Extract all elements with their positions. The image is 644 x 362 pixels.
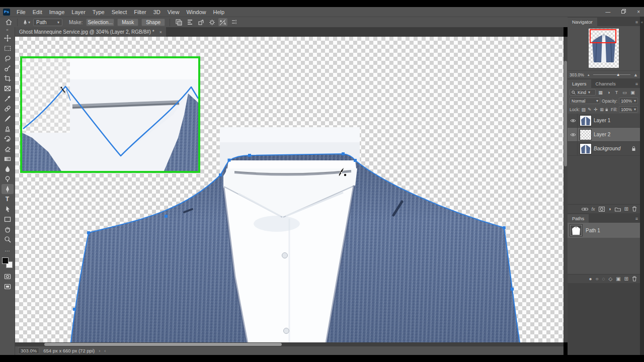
collapsed-dock-strip[interactable]: «: [640, 17, 644, 355]
shape-tool-button[interactable]: [2, 214, 14, 224]
panel-menu-icon[interactable]: ≡: [635, 81, 638, 86]
minimize-button[interactable]: —: [605, 9, 610, 15]
clone-stamp-tool-button[interactable]: [2, 124, 14, 134]
status-next-icon[interactable]: ›: [99, 348, 100, 353]
path-name[interactable]: Path 1: [586, 228, 638, 233]
auto-add-delete-toggle[interactable]: [218, 18, 227, 26]
zoom-tool-button[interactable]: [2, 234, 14, 244]
color-swatches[interactable]: [2, 257, 13, 268]
layer-name[interactable]: Layer 2: [594, 132, 639, 137]
menu-file[interactable]: File: [13, 7, 29, 17]
layer-row-layer1[interactable]: Layer 1: [568, 114, 640, 128]
fill-select[interactable]: 100% ▾: [619, 106, 638, 113]
path-selection-tool-button[interactable]: [2, 204, 14, 214]
load-path-selection-icon[interactable]: ◌: [602, 276, 605, 282]
slider-thumb-icon[interactable]: ▲: [616, 72, 620, 77]
lock-transparency-icon[interactable]: ▨: [581, 107, 586, 112]
marquee-tool-button[interactable]: [2, 43, 14, 53]
horizontal-scrollbar[interactable]: [15, 342, 564, 346]
menu-image[interactable]: Image: [46, 7, 68, 17]
zoom-out-mountain-icon[interactable]: ▲: [587, 73, 590, 76]
add-mask-icon[interactable]: [599, 207, 605, 212]
crop-tool-button[interactable]: [2, 73, 14, 83]
pen-tool-button[interactable]: [2, 184, 14, 194]
vertical-scrollbar[interactable]: [564, 37, 568, 342]
hand-tool-button[interactable]: [2, 224, 14, 234]
type-tool-button[interactable]: T: [2, 194, 14, 204]
layer-row-layer2-selected[interactable]: Layer 2: [568, 128, 640, 142]
panel-menu-icon[interactable]: ≡: [635, 20, 638, 25]
tab-paths[interactable]: Paths: [568, 214, 589, 223]
pen-options-gear-button[interactable]: [207, 18, 216, 26]
tab-channels[interactable]: Channels: [591, 79, 620, 88]
layer-name[interactable]: Background: [594, 146, 629, 151]
navigator-zoom-slider[interactable]: ▲: [593, 74, 630, 75]
healing-brush-tool-button[interactable]: [2, 104, 14, 114]
frame-tool-button[interactable]: [2, 83, 14, 94]
fill-path-icon[interactable]: ●: [589, 276, 592, 282]
menu-window[interactable]: Window: [183, 7, 209, 17]
path-arrangement-button[interactable]: [196, 18, 205, 26]
new-path-icon[interactable]: ⊞: [624, 276, 628, 282]
brush-tool-button[interactable]: [2, 114, 14, 124]
make-work-path-icon[interactable]: ◇: [608, 276, 612, 282]
blend-mode-select[interactable]: Normal ▾: [570, 98, 600, 104]
horizontal-scrollbar-thumb[interactable]: [44, 343, 282, 346]
layer-effects-icon[interactable]: fx: [592, 207, 595, 212]
layer-row-background[interactable]: Background: [568, 142, 640, 156]
path-mask-icon[interactable]: ▣: [616, 276, 620, 282]
document-tab[interactable]: Ghost Mannequine Service.jpg @ 304% (Lay…: [15, 27, 166, 37]
close-button[interactable]: ×: [637, 9, 640, 15]
quick-mask-button[interactable]: [2, 272, 14, 282]
stroke-path-icon[interactable]: ○: [595, 276, 598, 282]
layer-name[interactable]: Layer 1: [594, 118, 639, 123]
dodge-tool-button[interactable]: [2, 174, 14, 184]
menu-select[interactable]: Select: [108, 7, 131, 17]
filter-type-icon[interactable]: T: [613, 90, 620, 95]
layer-thumbnail[interactable]: [580, 115, 592, 126]
panel-menu-icon[interactable]: ≡: [635, 216, 638, 221]
move-tool-button[interactable]: [2, 33, 14, 43]
layer-thumbnail[interactable]: [580, 143, 592, 154]
blur-tool-button[interactable]: [2, 164, 14, 174]
history-brush-tool-button[interactable]: [2, 134, 14, 144]
gradient-tool-button[interactable]: [2, 154, 14, 164]
foreground-color-swatch[interactable]: [2, 257, 9, 264]
toolbar-collapse-icon[interactable]: «: [6, 27, 8, 33]
lock-artboard-icon[interactable]: ⊞: [599, 107, 604, 112]
navigator-thumbnail[interactable]: [589, 29, 619, 68]
navigator-zoom-value[interactable]: 303.0%: [570, 72, 584, 77]
filter-adjustment-icon[interactable]: ◑: [605, 90, 612, 95]
make-mask-button[interactable]: Mask: [117, 19, 138, 26]
delete-layer-icon[interactable]: [632, 206, 637, 212]
menu-help[interactable]: Help: [210, 7, 228, 17]
status-prev-icon[interactable]: ‹: [104, 348, 106, 353]
path-alignment-button[interactable]: [185, 18, 194, 26]
eyedropper-tool-button[interactable]: [2, 94, 14, 104]
tab-navigator[interactable]: Navigator: [568, 18, 597, 26]
make-selection-button[interactable]: Selection...: [86, 19, 114, 26]
path-thumbnail[interactable]: [570, 224, 583, 236]
filter-shape-icon[interactable]: ▭: [621, 90, 628, 95]
make-shape-button[interactable]: Shape: [141, 19, 165, 26]
path-operations-button[interactable]: [174, 18, 183, 26]
path-row-selected[interactable]: Path 1: [568, 223, 640, 238]
lock-paint-icon[interactable]: ✎: [587, 107, 592, 112]
menu-type[interactable]: Type: [89, 7, 108, 17]
constrain-path-button[interactable]: [229, 18, 238, 26]
eraser-tool-button[interactable]: [2, 144, 14, 154]
pen-tool-preset-button[interactable]: ▾: [22, 18, 31, 26]
dock-collapse-icon[interactable]: «: [641, 21, 643, 24]
menu-view[interactable]: View: [164, 7, 183, 17]
adjustment-layer-icon[interactable]: ◑: [608, 206, 611, 212]
visibility-toggle[interactable]: [569, 114, 578, 127]
filter-pixel-icon[interactable]: ▦: [597, 90, 604, 95]
layer-filter-select[interactable]: Kind ▾: [570, 89, 596, 96]
status-zoom-field[interactable]: 303.0%: [18, 347, 39, 354]
quick-selection-tool-button[interactable]: [2, 63, 14, 73]
tab-close-icon[interactable]: ×: [159, 30, 162, 35]
screen-mode-button[interactable]: [2, 282, 14, 292]
zoom-in-mountain-icon[interactable]: ▲: [633, 72, 638, 77]
new-group-icon[interactable]: [615, 207, 621, 212]
visibility-toggle[interactable]: [569, 128, 578, 141]
